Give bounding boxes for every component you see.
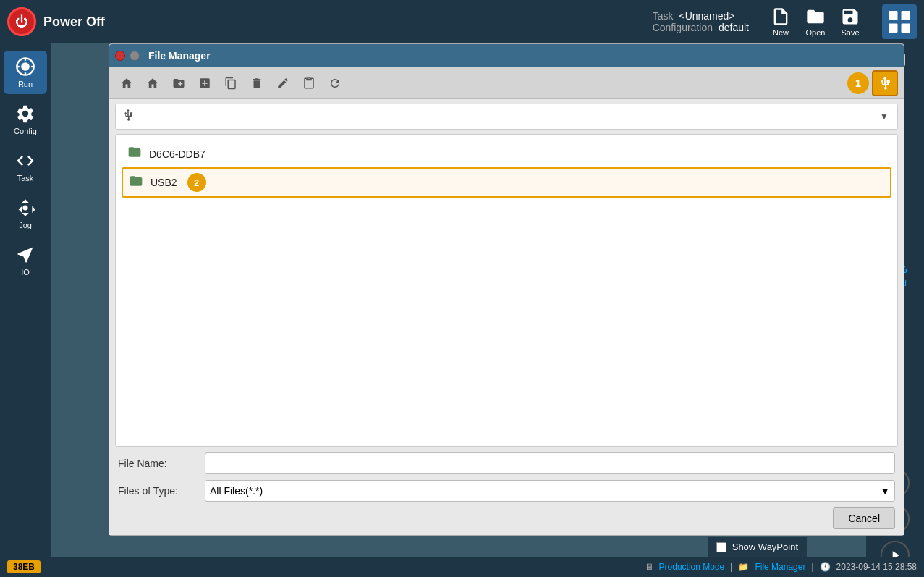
toolbar-add-button[interactable] [193,72,216,95]
badge-2: 2 [187,173,206,192]
status-bar: 38EB 🖥 Production Mode | 📁 File Manager … [0,557,924,577]
filetype-label: Files of Type: [118,485,198,497]
power-button[interactable]: ⏻ [7,7,36,36]
toolbar-delete-button[interactable] [245,72,268,95]
sidebar-task-label: Task [17,174,34,182]
dialog-actions: Cancel [118,507,895,529]
dialog-minimize-button[interactable] [130,51,140,61]
new-button[interactable]: New [771,7,791,37]
svg-rect-1 [902,11,911,20]
sidebar-item-io[interactable]: IO [4,239,47,282]
toolbar-copy-button[interactable] [219,72,242,95]
waypoint-label: Show WayPoint [732,542,798,552]
file-manager-icon: 📁 [738,562,749,572]
config-label: Configuration [653,22,713,33]
folder-name-usb: USB2 [151,177,177,188]
location-bar: ▼ [115,104,898,130]
badge-1: 1 [847,72,869,94]
folder-name: D6C6-DDB7 [149,148,205,160]
file-manager-dialog: File Manager [109,43,904,536]
main-content: File Manager [51,43,866,577]
waypoint-checkbox[interactable] [716,542,726,552]
filename-row: File Name: [118,452,895,474]
file-item[interactable]: D6C6-DDB7 [122,140,891,167]
save-button[interactable]: Save [840,7,860,37]
dialog-title: File Manager [148,50,211,62]
dialog-overlay: File Manager [51,43,866,577]
sidebar-config-label: Config [14,127,37,135]
toolbar-up-button[interactable] [115,72,138,95]
sidebar-jog-label: Jog [19,221,32,229]
production-mode-icon: 🖥 [645,562,653,572]
folder-icon [127,145,142,163]
svg-rect-3 [902,24,911,33]
toolbar-edit-button[interactable] [271,72,294,95]
left-sidebar: Run Config Task Jog IO [0,43,51,563]
production-mode-label: Production Mode [659,562,725,572]
app-title: Power Off [43,14,105,30]
toolbar-newfolder-button[interactable] [167,72,190,95]
dialog-bottom: File Name: Files of Type: All Files(*.*)… [109,447,904,535]
datetime-icon: 🕐 [820,562,831,572]
toolbar-refresh-button[interactable] [323,72,347,95]
location-dropdown-arrow[interactable]: ▼ [877,109,891,124]
file-manager-status: File Manager [755,562,805,572]
sidebar-item-jog[interactable]: Jog [4,192,47,235]
task-config-info: Task <Unnamed> Configuration default [653,10,749,33]
svg-rect-0 [889,11,898,20]
folder-icon-usb [129,174,143,192]
memory-badge: 38EB [7,560,41,573]
usb-active-button[interactable] [872,70,898,96]
filename-input[interactable] [205,452,895,474]
dialog-toolbar: 1 [109,67,904,99]
sidebar-item-config[interactable]: Config [4,98,47,141]
datetime-label: 2023-09-14 15:28:58 [836,562,917,572]
drive-icon [122,109,135,125]
toolbar-paste-button[interactable] [297,72,321,95]
top-bar: ⏻ Power Off Task <Unnamed> Configuration… [0,0,924,43]
sidebar-io-label: IO [21,268,30,277]
dialog-close-button[interactable] [115,51,125,61]
separator-2: | [811,562,813,572]
svg-rect-2 [889,24,898,33]
toolbar-home-button[interactable] [141,72,164,95]
waypoint-panel: Show WayPoint [708,537,807,557]
location-input[interactable] [140,106,871,127]
filetype-value: All Files(*.*) [210,485,263,497]
status-right: 🖥 Production Mode | 📁 File Manager | 🕐 2… [645,562,917,572]
svg-point-5 [21,62,30,71]
task-value: <Unnamed> [679,10,734,22]
open-button[interactable]: Open [805,7,826,37]
task-label: Task [653,10,674,22]
config-value: default [719,22,749,33]
cancel-button[interactable]: Cancel [833,507,895,529]
file-item-selected[interactable]: USB2 2 [122,167,891,198]
filename-label: File Name: [118,458,198,469]
dialog-titlebar: File Manager [109,44,904,67]
filetype-dropdown-arrow: ▼ [880,485,890,497]
filetype-row: Files of Type: All Files(*.*) ▼ [118,480,895,502]
sidebar-item-run[interactable]: Run [4,51,47,94]
separator-1: | [730,562,732,572]
filetype-select[interactable]: All Files(*.*) ▼ [205,480,895,502]
sidebar-item-task[interactable]: Task [4,145,47,188]
top-toolbar: New Open Save [771,7,860,37]
sidebar-run-label: Run [18,80,33,88]
file-list[interactable]: D6C6-DDB7 USB2 2 [115,134,898,447]
app-logo [882,4,917,39]
